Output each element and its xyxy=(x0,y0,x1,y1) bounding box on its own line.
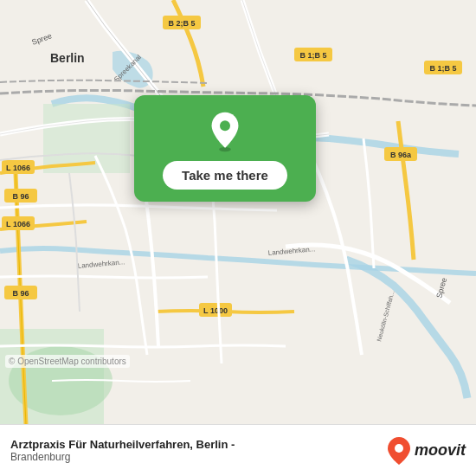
moovit-logo: moovit xyxy=(387,436,466,466)
location-pin-icon xyxy=(204,111,246,152)
location-card: Take me there xyxy=(134,95,316,202)
svg-point-30 xyxy=(220,120,230,131)
svg-text:L 1066: L 1066 xyxy=(6,220,30,228)
svg-text:L 1066: L 1066 xyxy=(6,164,30,172)
svg-text:B 1;B 5: B 1;B 5 xyxy=(299,51,326,60)
svg-point-31 xyxy=(395,444,403,453)
footer: Arztpraxis Für Naturheilverfahren, Berli… xyxy=(0,424,476,476)
location-subtitle: Brandenburg xyxy=(10,451,235,463)
svg-text:B 1;B 5: B 1;B 5 xyxy=(429,64,456,73)
map-container: B 96 B 96 B 96a L 1066 L 1066 L 1000 B 2… xyxy=(0,0,476,424)
svg-text:B 2;B 5: B 2;B 5 xyxy=(168,19,195,28)
moovit-pin-icon xyxy=(387,436,411,466)
location-title: Arztpraxis Für Naturheilverfahren, Berli… xyxy=(10,438,235,451)
svg-text:B 96: B 96 xyxy=(12,289,29,298)
svg-text:Berlin: Berlin xyxy=(50,51,85,65)
moovit-brand-label: moovit xyxy=(415,441,466,460)
svg-text:B 96: B 96 xyxy=(12,192,29,201)
take-me-there-button[interactable]: Take me there xyxy=(163,161,287,190)
svg-text:L 1000: L 1000 xyxy=(203,306,228,315)
svg-text:B 96a: B 96a xyxy=(390,151,412,159)
osm-credit: © OpenStreetMap contributors xyxy=(5,355,130,368)
footer-info: Arztpraxis Für Naturheilverfahren, Berli… xyxy=(10,438,235,463)
